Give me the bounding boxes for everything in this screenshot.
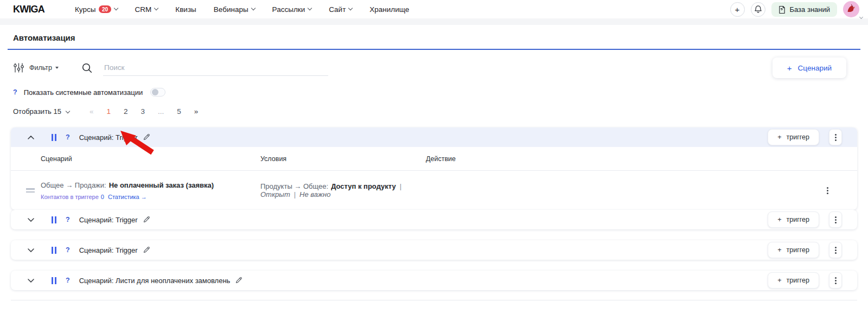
search-icon[interactable] bbox=[81, 62, 93, 74]
nav-item-label: Рассылки bbox=[272, 5, 305, 14]
row-header-actions: + триггер bbox=[768, 212, 842, 228]
page-size-dropdown[interactable]: Отобразить 15 bbox=[13, 107, 69, 116]
kebab-icon bbox=[835, 280, 837, 281]
condition-option-1: Открыт bbox=[260, 190, 290, 198]
system-toggle-label: Показать системные автоматизации bbox=[24, 88, 143, 97]
trigger-menu-button[interactable] bbox=[822, 184, 832, 197]
caret-down-icon bbox=[55, 67, 59, 69]
chevron-down-icon bbox=[66, 108, 70, 113]
knowledge-base-button[interactable]: База знаний bbox=[771, 2, 838, 17]
pause-icon[interactable] bbox=[52, 134, 53, 141]
chevron-down-icon bbox=[28, 248, 34, 252]
help-icon[interactable]: ? bbox=[66, 246, 70, 254]
knowledge-base-label: База знаний bbox=[790, 5, 831, 14]
header-divider bbox=[0, 18, 868, 25]
edit-icon[interactable] bbox=[143, 246, 150, 254]
pause-icon[interactable] bbox=[52, 247, 53, 254]
help-icon[interactable]: ? bbox=[66, 133, 70, 141]
edit-icon[interactable] bbox=[143, 133, 150, 141]
row-menu-button[interactable] bbox=[829, 129, 842, 145]
row-header: ? Сценарий: Trigger + триггер bbox=[11, 240, 857, 260]
nav-item-site[interactable]: Сайт bbox=[329, 5, 352, 14]
add-trigger-label: триггер bbox=[787, 246, 809, 254]
row-header-actions: + триггер bbox=[768, 129, 842, 145]
plus-icon: + bbox=[735, 5, 740, 14]
collapse-button[interactable] bbox=[27, 136, 35, 139]
chevron-down-icon bbox=[251, 6, 255, 10]
edit-icon[interactable] bbox=[143, 216, 150, 223]
notifications-button[interactable] bbox=[751, 2, 765, 17]
scenario-title: Сценарий: Trigger bbox=[79, 216, 138, 224]
conditions-cell: Продукты → Общее:Доступ к продукту|Откры… bbox=[252, 182, 420, 198]
table-header: Сценарий Условия Действие bbox=[11, 147, 857, 171]
drag-handle[interactable] bbox=[26, 187, 35, 194]
row-header-actions: + триггер bbox=[768, 272, 842, 289]
add-trigger-button[interactable]: + триггер bbox=[768, 212, 819, 228]
app: KWIGA Курсы 20 CRM Квизы Вебинары Рассыл… bbox=[0, 0, 868, 300]
add-trigger-button[interactable]: + триггер bbox=[768, 272, 819, 289]
row-menu-button[interactable] bbox=[829, 212, 842, 228]
add-trigger-label: триггер bbox=[787, 277, 809, 284]
filter-sliders-icon[interactable] bbox=[13, 62, 24, 73]
help-icon[interactable]: ? bbox=[13, 88, 17, 96]
page-title: Автоматизация bbox=[0, 25, 868, 49]
row-header: ? Сценарий: Trigger + триггер bbox=[11, 210, 857, 229]
bottom-divider bbox=[11, 300, 857, 300]
pagination-next[interactable]: » bbox=[194, 107, 199, 116]
pause-icon[interactable] bbox=[52, 216, 53, 223]
pagination-page-3[interactable]: 3 bbox=[141, 107, 145, 116]
kebab-icon bbox=[835, 249, 837, 251]
pagination-prev[interactable]: « bbox=[90, 107, 94, 116]
expand-button[interactable] bbox=[27, 248, 35, 252]
system-automations-toggle[interactable] bbox=[150, 88, 165, 97]
automation-list: ? Сценарий: Trigger + триггер bbox=[11, 127, 857, 290]
pagination-page-2[interactable]: 2 bbox=[124, 107, 128, 116]
nav-item-label: Хранилище bbox=[369, 5, 409, 14]
plus-icon: + bbox=[777, 133, 781, 141]
kebab-icon bbox=[827, 190, 828, 191]
add-trigger-button[interactable]: + триггер bbox=[768, 129, 819, 145]
edit-icon[interactable] bbox=[235, 277, 242, 284]
statistics-link[interactable]: Статистика → bbox=[108, 194, 147, 200]
scenario-title: Сценарий: Листи для неоплачених замовлен… bbox=[79, 277, 231, 285]
pagination-row: Отобразить 15 « 1 2 3 ... 5 » bbox=[13, 107, 855, 116]
automation-row-collapsed: ? Сценарий: Trigger + триггер bbox=[11, 210, 857, 229]
row-header: ? Сценарий: Листи для неоплачених замовл… bbox=[11, 271, 857, 290]
help-icon[interactable]: ? bbox=[66, 216, 70, 223]
row-header-actions: + триггер bbox=[768, 242, 842, 258]
pagination-page-5[interactable]: 5 bbox=[177, 107, 181, 116]
help-icon[interactable]: ? bbox=[66, 277, 70, 284]
nav-item-quizzes[interactable]: Квизы bbox=[175, 5, 196, 14]
pagination-ellipsis: ... bbox=[158, 107, 164, 116]
search-input[interactable] bbox=[103, 60, 328, 76]
page-size-label: Отобразить 15 bbox=[13, 107, 61, 116]
nav-item-mailings[interactable]: Рассылки bbox=[272, 5, 312, 14]
nav-item-storage[interactable]: Хранилище bbox=[369, 5, 409, 14]
expand-button[interactable] bbox=[27, 218, 35, 222]
avatar[interactable] bbox=[843, 1, 859, 17]
filter-dropdown[interactable]: Фильтр bbox=[29, 64, 59, 72]
plus-icon: + bbox=[777, 277, 781, 284]
pager: « 1 2 3 ... 5 » bbox=[90, 107, 198, 116]
condition-option-2: Не важно bbox=[299, 190, 330, 198]
nav-item-courses[interactable]: Курсы 20 bbox=[75, 5, 118, 14]
expand-button[interactable] bbox=[27, 279, 35, 283]
bird-avatar-icon bbox=[845, 2, 857, 16]
chevron-up-icon bbox=[28, 136, 34, 139]
nav-item-webinars[interactable]: Вебинары bbox=[214, 5, 255, 14]
chevron-down-icon bbox=[308, 6, 312, 10]
pagination-page-1[interactable]: 1 bbox=[106, 107, 111, 116]
create-button[interactable]: + bbox=[730, 2, 745, 17]
row-menu-button[interactable] bbox=[829, 242, 842, 258]
row-menu-button[interactable] bbox=[829, 272, 842, 289]
nav-item-crm[interactable]: CRM bbox=[135, 5, 158, 14]
pause-icon[interactable] bbox=[52, 277, 53, 284]
plus-icon: + bbox=[787, 63, 792, 73]
kwiga-logo[interactable]: KWIGA bbox=[13, 4, 44, 15]
scenario-cell: Общее → Продажи:Не оплаченный заказ (зая… bbox=[11, 181, 252, 200]
add-scenario-button[interactable]: + Сценарий bbox=[773, 57, 846, 78]
add-trigger-label: триггер bbox=[787, 133, 809, 141]
plus-icon: + bbox=[777, 246, 781, 254]
chevron-down-icon bbox=[28, 279, 34, 283]
add-trigger-button[interactable]: + триггер bbox=[768, 242, 819, 258]
